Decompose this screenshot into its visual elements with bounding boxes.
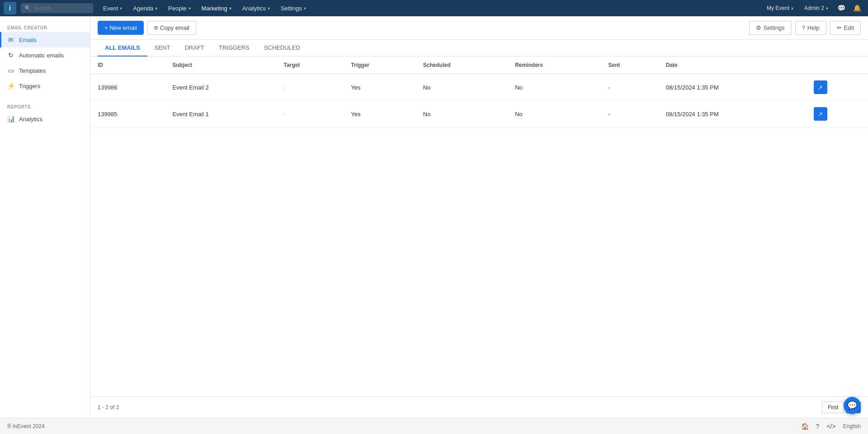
cell-id: 139985	[90, 101, 165, 127]
help-icon: ?	[802, 24, 805, 31]
nav-event[interactable]: Event ▾	[99, 2, 127, 14]
sidebar-section-reports: REPORTS	[0, 101, 90, 111]
edit-icon: ✏	[837, 24, 842, 31]
nav-people[interactable]: People ▾	[164, 2, 195, 14]
messages-icon[interactable]: 💬	[835, 2, 849, 14]
chevron-down-icon: ▾	[304, 6, 306, 11]
col-scheduled: Scheduled	[416, 57, 508, 74]
template-icon: ▭	[7, 67, 14, 74]
tab-all-emails[interactable]: ALL EMAILS	[98, 40, 147, 57]
cell-sent: -	[601, 74, 659, 101]
nav-settings[interactable]: Settings ▾	[276, 2, 311, 14]
col-sent: Sent	[601, 57, 659, 74]
settings-icon: ⚙	[756, 24, 761, 31]
sidebar-item-triggers[interactable]: ⚡ Triggers	[0, 78, 90, 94]
col-action	[807, 57, 868, 74]
help-button[interactable]: ? Help	[795, 21, 826, 35]
settings-button[interactable]: ⚙ Settings	[749, 21, 792, 35]
pagination-bar: 1 - 2 of 2 First 1	[90, 396, 868, 418]
open-email-button[interactable]: ↗	[814, 80, 827, 94]
chevron-down-icon: ▾	[120, 6, 122, 11]
search-input[interactable]	[21, 3, 93, 13]
admin-button[interactable]: Admin 2 ▾	[800, 2, 833, 14]
nav-right: My Event ▾ Admin 2 ▾ 💬 🔔	[762, 2, 864, 14]
cell-reminders: No	[508, 101, 601, 127]
cell-subject: Event Email 2	[165, 74, 276, 101]
nav-analytics[interactable]: Analytics ▾	[238, 2, 274, 14]
language-selector[interactable]: English	[843, 423, 861, 429]
copyright-text: ® InEvent 2024	[7, 423, 45, 429]
cell-date: 08/15/2024 1:35 PM	[659, 101, 807, 127]
table-header: ID Subject Target Trigger Scheduled Remi…	[90, 57, 868, 74]
tab-triggers[interactable]: TRIGGERS	[212, 40, 257, 57]
copy-icon: ⧉	[154, 25, 158, 31]
cell-target: ·	[277, 101, 344, 127]
toolbar: + New email ⧉ Copy email ⚙ Settings ? He…	[90, 16, 868, 40]
chevron-down-icon: ▾	[189, 6, 191, 11]
code-icon[interactable]: </>	[826, 423, 835, 430]
trigger-icon: ⚡	[7, 82, 14, 90]
sidebar-item-templates[interactable]: ▭ Templates	[0, 63, 90, 78]
analytics-icon: 📊	[7, 115, 14, 123]
tab-draft[interactable]: DRAFT	[177, 40, 211, 57]
sidebar: EMAIL CREATOR ✉ Emails ↻ Automatic email…	[0, 16, 90, 418]
table-area: ID Subject Target Trigger Scheduled Remi…	[90, 57, 868, 396]
col-subject: Subject	[165, 57, 276, 74]
cell-sent: -	[601, 101, 659, 127]
chevron-down-icon: ▾	[268, 6, 270, 11]
chevron-down-icon: ▾	[826, 6, 828, 11]
cell-trigger: Yes	[344, 74, 415, 101]
question-icon[interactable]: ?	[816, 423, 820, 430]
content-area: + New email ⧉ Copy email ⚙ Settings ? He…	[90, 16, 868, 418]
tab-scheduled[interactable]: SCHEDULED	[257, 40, 307, 57]
top-nav: i 🔍 Event ▾ Agenda ▾ People ▾ Marketing …	[0, 0, 868, 16]
table-row: 139985 Event Email 1 · Yes No No - 08/15…	[90, 101, 868, 127]
email-icon: ✉	[7, 36, 14, 43]
search-wrap: 🔍	[21, 3, 93, 13]
notifications-icon[interactable]: 🔔	[850, 2, 864, 14]
cell-scheduled: No	[416, 74, 508, 101]
app-logo: i	[4, 2, 16, 14]
cell-scheduled: No	[416, 101, 508, 127]
cell-reminders: No	[508, 74, 601, 101]
cell-target: ·	[277, 74, 344, 101]
automatic-icon: ↻	[7, 52, 14, 59]
edit-button[interactable]: ✏ Edit	[830, 21, 861, 35]
tab-sent[interactable]: SENT	[147, 40, 178, 57]
nav-agenda[interactable]: Agenda ▾	[128, 2, 162, 14]
sidebar-item-automatic-emails[interactable]: ↻ Automatic emails	[0, 47, 90, 63]
emails-table: ID Subject Target Trigger Scheduled Remi…	[90, 57, 868, 127]
cell-subject: Event Email 1	[165, 101, 276, 127]
chevron-down-icon: ▾	[791, 6, 793, 11]
cell-trigger: Yes	[344, 101, 415, 127]
sidebar-item-emails[interactable]: ✉ Emails	[0, 32, 90, 47]
sidebar-section-email-creator: EMAIL CREATOR	[0, 22, 90, 32]
col-date: Date	[659, 57, 807, 74]
table-body: 139986 Event Email 2 · Yes No No - 08/15…	[90, 74, 868, 127]
copy-email-button[interactable]: ⧉ Copy email	[147, 21, 196, 35]
nav-marketing[interactable]: Marketing ▾	[197, 2, 236, 14]
chevron-down-icon: ▾	[155, 6, 157, 11]
open-email-button[interactable]: ↗	[814, 107, 827, 121]
chat-bubble-button[interactable]: 💬	[844, 397, 861, 414]
home-icon[interactable]: 🏠	[801, 423, 809, 430]
bottom-bar: ® InEvent 2024 🏠 ? </> English	[0, 418, 868, 434]
chevron-down-icon: ▾	[229, 6, 231, 11]
cell-date: 08/15/2024 1:35 PM	[659, 74, 807, 101]
new-email-button[interactable]: + New email	[98, 21, 144, 35]
cell-id: 139986	[90, 74, 165, 101]
table-row: 139986 Event Email 2 · Yes No No - 08/15…	[90, 74, 868, 101]
sidebar-item-analytics[interactable]: 📊 Analytics	[0, 111, 90, 127]
my-event-button[interactable]: My Event ▾	[762, 2, 798, 14]
tabs: ALL EMAILS SENT DRAFT TRIGGERS SCHEDULED	[90, 40, 868, 57]
col-target: Target	[277, 57, 344, 74]
main-area: EMAIL CREATOR ✉ Emails ↻ Automatic email…	[0, 16, 868, 418]
cell-action: ↗	[807, 74, 868, 101]
pagination-info: 1 - 2 of 2	[98, 404, 119, 410]
first-page-button[interactable]: First	[822, 401, 844, 413]
col-id: ID	[90, 57, 165, 74]
bottom-bar-right: 🏠 ? </> English	[801, 423, 861, 430]
cell-action: ↗	[807, 101, 868, 127]
col-reminders: Reminders	[508, 57, 601, 74]
col-trigger: Trigger	[344, 57, 415, 74]
